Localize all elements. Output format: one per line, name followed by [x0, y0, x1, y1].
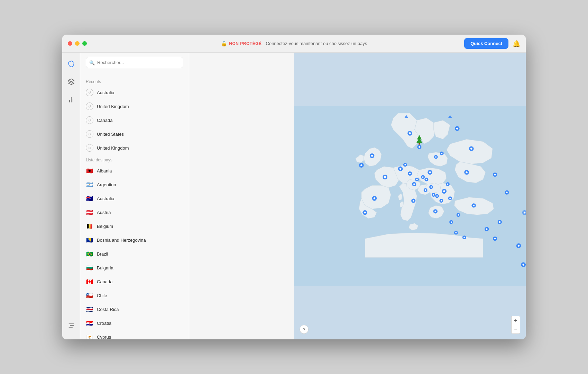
- recent-uk-1[interactable]: ↺ United Kingdom: [80, 99, 189, 113]
- search-wrap: 🔍: [86, 57, 183, 68]
- country-name: Costa Rica: [97, 307, 119, 312]
- svg-point-73: [426, 179, 427, 180]
- country-item-canada[interactable]: 🇨🇦 Canada: [80, 275, 189, 288]
- country-name: Australia: [97, 196, 114, 201]
- svg-point-71: [416, 179, 417, 180]
- svg-point-17: [374, 197, 375, 199]
- main-content: 🔍 Récents ↺ Australia ↺ United Kingdom: [62, 53, 526, 339]
- country-item-bulgaria[interactable]: 🇧🇬 Bulgaria: [80, 261, 189, 275]
- bell-icon[interactable]: 🔔: [513, 40, 520, 47]
- maximize-button[interactable]: [82, 41, 87, 46]
- svg-point-55: [466, 171, 467, 173]
- country-item-belgium[interactable]: 🇧🇪 Belgium: [80, 219, 189, 233]
- recent-icon: ↺: [86, 116, 93, 124]
- svg-point-45: [434, 211, 436, 212]
- svg-point-88: [499, 221, 500, 223]
- svg-point-86: [524, 212, 525, 213]
- titlebar-center: 🔓 NON PROTÉGÉ Connectez-vous maintenant …: [221, 41, 367, 46]
- nav-stats-icon[interactable]: [66, 94, 77, 105]
- country-item-cyprus[interactable]: 🇨🇾 Cyprus: [80, 330, 189, 339]
- country-flag: 🇦🇺: [86, 195, 93, 202]
- nav-shield-icon[interactable]: [66, 58, 77, 69]
- recents-section-title: Récents: [80, 77, 189, 86]
- country-name: Cyprus: [97, 335, 111, 340]
- recent-uk-2-label: United Kingdom: [97, 145, 129, 151]
- recent-australia-label: Australia: [97, 90, 114, 95]
- search-box: 🔍: [80, 53, 189, 72]
- svg-point-65: [506, 192, 508, 193]
- recent-canada[interactable]: ↺ Canada: [80, 113, 189, 127]
- zoom-in-button[interactable]: +: [511, 316, 520, 325]
- country-flag: 🇦🇹: [86, 208, 93, 216]
- status-badge: 🔓 NON PROTÉGÉ: [221, 41, 262, 46]
- titlebar-right: Quick Connect 🔔: [464, 38, 520, 49]
- status-description: Connectez-vous maintenant ou choisissez …: [266, 41, 367, 46]
- country-item-australia[interactable]: 🇦🇺 Australia: [80, 192, 189, 205]
- country-flag: 🇨🇾: [86, 333, 93, 339]
- svg-rect-80: [419, 143, 420, 144]
- close-button[interactable]: [68, 41, 72, 46]
- nav-layers-icon[interactable]: [66, 76, 77, 87]
- svg-point-69: [522, 264, 524, 266]
- svg-point-29: [429, 171, 431, 173]
- svg-point-57: [473, 205, 475, 206]
- svg-point-82: [419, 146, 420, 148]
- quick-connect-button[interactable]: Quick Connect: [464, 38, 508, 49]
- recent-us-label: United States: [97, 132, 124, 137]
- recent-uk-1-label: United Kingdom: [97, 104, 129, 109]
- svg-point-43: [441, 200, 442, 202]
- country-item-albania[interactable]: 🇦🇱 Albania: [80, 164, 189, 178]
- map-area[interactable]: + − ?: [294, 53, 526, 339]
- country-item-croatia[interactable]: 🇭🇷 Croatia: [80, 316, 189, 330]
- svg-point-21: [399, 168, 401, 170]
- zoom-out-button[interactable]: −: [511, 325, 520, 334]
- search-input[interactable]: [86, 57, 183, 68]
- country-name: Canada: [97, 279, 113, 284]
- countries-list: 🇦🇱 Albania 🇦🇷 Argentina 🇦🇺 Australia 🇦🇹 …: [80, 164, 189, 339]
- lock-icon: 🔓: [221, 41, 227, 46]
- svg-point-27: [413, 183, 415, 185]
- country-flag: 🇨🇱: [86, 292, 93, 299]
- minimize-button[interactable]: [75, 41, 80, 46]
- country-flag: 🇧🇪: [86, 222, 93, 230]
- country-item-argentina[interactable]: 🇦🇷 Argentina: [80, 178, 189, 192]
- app-window: 🔓 NON PROTÉGÉ Connectez-vous maintenant …: [62, 35, 526, 339]
- svg-point-47: [413, 200, 414, 202]
- country-item-brazil[interactable]: 🇧🇷 Brazil: [80, 247, 189, 261]
- svg-point-13: [360, 164, 362, 166]
- svg-point-15: [384, 176, 386, 178]
- svg-point-39: [425, 189, 426, 191]
- svg-point-63: [494, 174, 496, 176]
- recent-australia[interactable]: ↺ Australia: [80, 86, 189, 99]
- status-label: NON PROTÉGÉ: [229, 41, 261, 46]
- map-help-button[interactable]: ?: [300, 325, 309, 334]
- svg-point-9: [409, 132, 411, 134]
- svg-point-33: [430, 186, 432, 188]
- recent-canada-label: Canada: [97, 118, 113, 123]
- country-name: Argentina: [97, 182, 116, 187]
- recent-us[interactable]: ↺ United States: [80, 127, 189, 141]
- countries-section-title: Liste des pays: [80, 155, 189, 164]
- svg-point-23: [409, 173, 411, 175]
- svg-point-94: [451, 221, 452, 223]
- country-flag: 🇦🇱: [86, 167, 93, 175]
- recent-uk-2[interactable]: ↺ United Kingdom: [80, 141, 189, 155]
- svg-point-59: [458, 214, 459, 216]
- country-flag: 🇨🇦: [86, 278, 93, 285]
- sidebar: 🔍 Récents ↺ Australia ↺ United Kingdom: [80, 53, 189, 339]
- country-item-austria[interactable]: 🇦🇹 Austria: [80, 205, 189, 219]
- map-svg: [294, 53, 526, 339]
- svg-point-35: [443, 190, 445, 192]
- country-name: Belgium: [97, 224, 113, 229]
- search-icon: 🔍: [89, 60, 95, 65]
- country-item-chile[interactable]: 🇨🇱 Chile: [80, 288, 189, 302]
- svg-point-25: [404, 164, 406, 166]
- recent-icon: ↺: [86, 89, 93, 96]
- country-flag: 🇧🇦: [86, 236, 93, 244]
- svg-marker-0: [68, 79, 74, 82]
- country-item-costa-rica[interactable]: 🇨🇷 Costa Rica: [80, 302, 189, 316]
- country-item-bosnia-and-herzegovina[interactable]: 🇧🇦 Bosnia and Herzegovina: [80, 233, 189, 247]
- svg-point-75: [447, 184, 448, 185]
- nav-settings-icon[interactable]: [66, 320, 77, 331]
- svg-point-77: [449, 198, 451, 199]
